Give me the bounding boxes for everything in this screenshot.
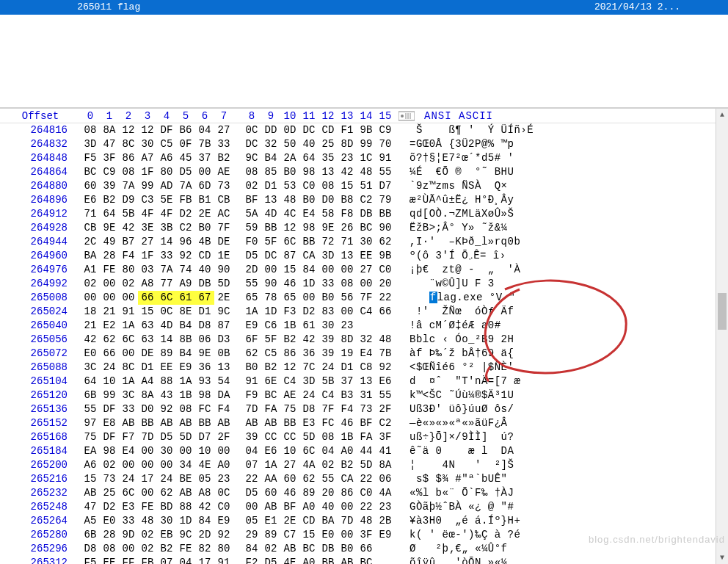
hex-byte[interactable]: 06: [376, 472, 395, 486]
hex-byte[interactable]: 36: [195, 361, 214, 375]
hex-byte[interactable]: 8B: [176, 333, 195, 347]
hex-byte[interactable]: 15: [81, 472, 100, 486]
hex-byte[interactable]: C0: [214, 500, 233, 514]
hex-byte[interactable]: FE: [138, 500, 157, 514]
hex-byte[interactable]: 7B: [376, 347, 395, 361]
ascii-cell[interactable]: uß÷}Õ]×/9ÌÌ] ú?: [395, 430, 514, 444]
hex-byte[interactable]: 13: [357, 375, 376, 388]
hex-byte[interactable]: 30: [157, 444, 176, 458]
hex-row[interactable]: 264816088A1212DFB604270CDD0DDCCDF19BC9 Š…: [0, 123, 716, 137]
hex-byte[interactable]: 15: [280, 263, 299, 277]
hex-byte[interactable]: EA: [81, 444, 100, 458]
hex-byte[interactable]: AB: [81, 486, 100, 500]
hex-byte[interactable]: 0C: [214, 486, 233, 500]
hex-byte[interactable]: 00: [338, 500, 357, 514]
hex-byte[interactable]: AB: [261, 500, 280, 514]
hex-byte[interactable]: 8C: [119, 361, 138, 375]
hex-byte[interactable]: B0: [280, 165, 299, 179]
ruler-icon[interactable]: [395, 109, 418, 123]
hex-byte[interactable]: FA: [357, 430, 376, 444]
hex-byte[interactable]: 3F: [100, 151, 119, 165]
hex-byte[interactable]: C4: [280, 375, 299, 388]
hex-byte[interactable]: 9E: [195, 347, 214, 361]
hex-byte[interactable]: 33: [318, 277, 338, 291]
hex-byte[interactable]: 48: [376, 333, 395, 347]
hex-byte[interactable]: 91: [242, 375, 261, 388]
hex-row[interactable]: 264976A1FE80037A7440902D001584000027C0¡þ…: [0, 263, 716, 277]
hex-byte[interactable]: 4A: [376, 486, 395, 500]
hex-byte[interactable]: F4: [338, 402, 357, 416]
hex-byte[interactable]: 27: [214, 123, 233, 137]
hex-byte[interactable]: 4F: [157, 207, 176, 221]
hex-byte[interactable]: 5D: [176, 430, 195, 444]
hex-byte[interactable]: B2: [280, 333, 299, 347]
hex-byte[interactable]: FF: [119, 556, 138, 564]
hex-byte[interactable]: DA: [214, 388, 233, 402]
hex-byte[interactable]: 08: [100, 542, 119, 556]
hex-byte[interactable]: 1F: [138, 165, 157, 179]
hex-byte[interactable]: 78: [261, 291, 280, 305]
hex-byte[interactable]: E4: [119, 444, 138, 458]
hex-byte[interactable]: 22: [376, 291, 395, 305]
hex-byte[interactable]: B4: [261, 151, 280, 165]
hex-byte[interactable]: 02: [261, 542, 280, 556]
hex-byte[interactable]: 02: [318, 458, 338, 472]
hex-byte[interactable]: 02: [81, 277, 100, 291]
hex-byte[interactable]: CA: [338, 472, 357, 486]
hex-byte[interactable]: AE: [280, 388, 299, 402]
hex-byte[interactable]: 70: [376, 137, 395, 151]
hex-byte[interactable]: 23: [214, 472, 233, 486]
hex-byte[interactable]: 14: [157, 333, 176, 347]
hex-byte[interactable]: 00: [242, 500, 261, 514]
hex-byte[interactable]: 90: [214, 263, 233, 277]
hex-byte[interactable]: 1D: [176, 514, 195, 528]
hex-byte[interactable]: 47: [81, 500, 100, 514]
hex-byte[interactable]: E9: [176, 361, 195, 375]
hex-byte[interactable]: 02: [138, 542, 157, 556]
hex-byte[interactable]: AB: [176, 416, 195, 430]
ascii-cell[interactable]: ,I·' –KÞð_l»rq0b: [395, 235, 520, 249]
hex-byte[interactable]: 13: [318, 165, 338, 179]
hex-byte[interactable]: 3B: [157, 221, 176, 235]
hex-byte[interactable]: 32: [357, 333, 376, 347]
hex-row[interactable]: 265072E06600DE89B49E0B62C586363919E47Bàf…: [0, 347, 716, 361]
hex-byte[interactable]: B7: [119, 235, 138, 249]
hex-byte[interactable]: 91: [376, 151, 395, 165]
hex-byte[interactable]: 9C: [176, 528, 195, 542]
hex-byte[interactable]: A0: [338, 444, 357, 458]
scroll-track[interactable]: [716, 121, 728, 552]
hex-byte[interactable]: 20: [376, 277, 395, 291]
hex-byte[interactable]: D8: [81, 542, 100, 556]
hex-byte[interactable]: 5B: [119, 207, 138, 221]
hex-byte[interactable]: 8D: [338, 137, 357, 151]
hex-byte[interactable]: 87: [214, 319, 233, 333]
hex-byte[interactable]: 66: [100, 347, 119, 361]
hex-byte[interactable]: 25: [318, 137, 338, 151]
hex-byte[interactable]: C4: [357, 305, 376, 319]
hex-byte[interactable]: 00: [119, 542, 138, 556]
hex-byte[interactable]: 3C: [81, 361, 100, 375]
hex-byte[interactable]: 7D: [338, 514, 357, 528]
hex-row[interactable]: 26510464101AA4881A9354916EC43D5B3713E6d …: [0, 375, 716, 388]
hex-byte[interactable]: 1E: [214, 249, 233, 263]
hex-byte[interactable]: 2E: [214, 291, 233, 305]
hex-byte[interactable]: 30: [318, 319, 338, 333]
hex-byte[interactable]: 13: [214, 361, 233, 375]
hex-byte[interactable]: C0: [299, 179, 318, 193]
hex-byte[interactable]: 23: [338, 319, 357, 333]
hex-byte[interactable]: 50: [280, 137, 299, 151]
hex-byte[interactable]: 39: [318, 347, 338, 361]
hex-row[interactable]: 26488060397A99AD7A6D7302D153C0081551D7`9…: [0, 179, 716, 193]
hex-byte[interactable]: 7F: [318, 402, 338, 416]
hex-byte[interactable]: 33: [119, 402, 138, 416]
hex-byte[interactable]: 5E: [157, 193, 176, 207]
hex-byte[interactable]: B3: [338, 388, 357, 402]
hex-byte[interactable]: BD: [157, 500, 176, 514]
hex-byte[interactable]: AB: [338, 556, 357, 564]
hex-byte[interactable]: 39: [318, 333, 338, 347]
hex-byte[interactable]: 6B: [81, 388, 100, 402]
ascii-cell[interactable]: º(ô 3'Í Õ܇Ê= î›: [395, 249, 506, 263]
hex-byte[interactable]: CD: [195, 249, 214, 263]
hex-byte[interactable]: 14: [157, 235, 176, 249]
hex-byte[interactable]: EE: [157, 361, 176, 375]
